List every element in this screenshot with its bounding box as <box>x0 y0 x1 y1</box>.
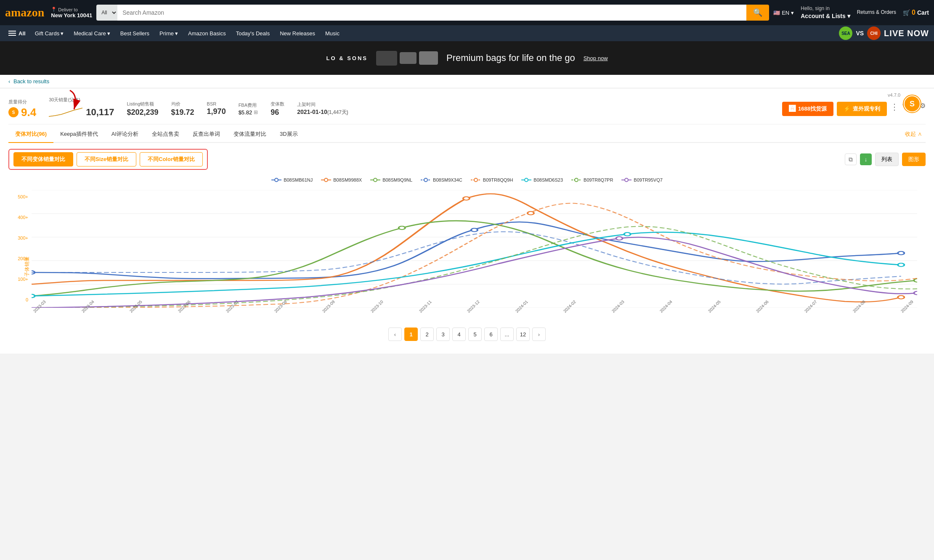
nav-new-releases[interactable]: New Releases <box>276 28 319 39</box>
quality-label: 质量得分 <box>8 99 36 105</box>
back-chevron-icon: ‹ <box>8 78 10 85</box>
copy-icon[interactable]: ⧉ <box>845 153 857 165</box>
navbar: All Gift Cards▾ Medical Care▾ Best Selle… <box>0 25 934 41</box>
amazon-logo[interactable]: amazon <box>5 6 44 19</box>
x-axis: 2023-03 2023-04 2023-05 2023-06 2023-07 … <box>32 308 917 315</box>
price-value: $19.72 <box>171 108 194 117</box>
filter-color-sales[interactable]: 不同Color销量对比 <box>140 152 203 166</box>
page-1-button[interactable]: 1 <box>404 328 418 341</box>
quality-score-block: 质量得分 S 9.4 <box>8 99 36 119</box>
btn-1688-source[interactable]: 🅰 1688找货源 <box>782 102 833 116</box>
view-table-button[interactable]: 列表 <box>875 153 899 166</box>
banner-shop-now[interactable]: Shop now <box>584 55 608 61</box>
account-greeting: Hello, sign in <box>801 5 850 12</box>
cart-label: Cart <box>917 9 929 16</box>
legend-line-B09TR95VQ7 <box>621 177 632 182</box>
shelf-value: 2021-01-10(1,447天) <box>297 108 348 116</box>
returns-orders[interactable]: Returns & Orders <box>857 9 896 16</box>
account-menu[interactable]: Hello, sign in Account & Lists ▾ <box>801 5 850 20</box>
pagination: ‹ 1 2 3 4 5 6 ... 12 › <box>8 319 926 349</box>
view-chart-button[interactable]: 图形 <box>902 153 926 166</box>
svg-point-36 <box>914 291 917 295</box>
back-to-results[interactable]: ‹ Back to results <box>0 75 934 88</box>
delivery-city: New York 10041 <box>51 12 92 18</box>
sales-value: 10,117 <box>86 107 114 118</box>
page-6-button[interactable]: 6 <box>484 328 498 341</box>
s-badge-inner: S <box>905 96 920 111</box>
nav-todays-deals[interactable]: Today's Deals <box>232 28 274 39</box>
tab-ai-review[interactable]: AI评论分析 <box>105 126 145 142</box>
tab-variant-comparison[interactable]: 变体对比(96) <box>8 126 53 143</box>
filter-size-sales[interactable]: 不同Size销量对比 <box>77 152 136 166</box>
svg-point-32 <box>32 294 35 298</box>
nav-prime[interactable]: Prime▾ <box>155 28 182 39</box>
account-label: Account & Lists ▾ <box>801 12 850 20</box>
sales-mini-chart <box>49 104 82 121</box>
svg-point-12 <box>525 178 528 182</box>
search-input[interactable] <box>117 5 746 21</box>
svg-point-24 <box>471 228 478 232</box>
chevron-icon: ▾ <box>107 30 110 37</box>
page-5-button[interactable]: 5 <box>468 328 482 341</box>
banner-product-image <box>376 51 438 66</box>
y-label-500: 500+ <box>18 194 28 199</box>
bsr-block: BSR 1,970 <box>207 101 226 116</box>
prev-page-button[interactable]: ‹ <box>388 328 402 341</box>
nav-music[interactable]: Music <box>321 28 344 39</box>
location-icon: 📍 <box>51 7 57 12</box>
y-label-100: 100+ <box>18 277 28 282</box>
page-2-button[interactable]: 2 <box>420 328 434 341</box>
y-axis-label: 子体销量 <box>24 256 31 276</box>
shelf-time-block: 上架时间 2021-01-10(1,447天) <box>297 101 348 116</box>
svg-point-27 <box>898 296 904 299</box>
page-12-button[interactable]: 12 <box>516 328 530 341</box>
search-category-select[interactable]: All <box>96 5 117 21</box>
svg-point-16 <box>625 178 628 182</box>
stats-row: v4.7.0 质量得分 S 9.4 30天销量(父体) <box>8 92 926 124</box>
nav-medical-care[interactable]: Medical Care▾ <box>69 28 114 39</box>
tab-reverse-keywords[interactable]: 反查出单词 <box>186 126 227 142</box>
svg-point-29 <box>399 226 405 230</box>
tabs-row: 变体对比(96) Keepa插件替代 AI评论分析 全站点售卖 反查出单词 变体… <box>8 126 926 143</box>
legend-B09TR8Q7PR: B09TR8Q7PR <box>571 177 613 182</box>
tab-all-sites[interactable]: 全站点售卖 <box>145 126 186 142</box>
y-label-300: 300+ <box>18 235 28 240</box>
fba-value: $5.82 <box>239 109 252 116</box>
promotional-banner: LO & SONS Premium bags for life on the g… <box>0 41 934 75</box>
cart[interactable]: 🛒 0 Cart <box>903 9 929 16</box>
variants-value: 96 <box>271 108 284 117</box>
svg-point-10 <box>474 178 478 182</box>
nav-best-sellers[interactable]: Best Sellers <box>116 28 154 39</box>
legend-line-B08SMD6S23 <box>521 177 531 182</box>
page-4-button[interactable]: 4 <box>452 328 466 341</box>
page-3-button[interactable]: 3 <box>436 328 450 341</box>
language-selector[interactable]: 🇺🇸 EN ▾ <box>773 10 794 16</box>
tab-keepa[interactable]: Keepa插件替代 <box>53 126 105 142</box>
variants-block: 变体数 96 <box>271 101 284 117</box>
live-now-label[interactable]: LIVE NOW <box>884 29 929 38</box>
nav-amazon-basics[interactable]: Amazon Basics <box>184 28 230 39</box>
page-ellipsis: ... <box>500 328 514 341</box>
btn-patent-search[interactable]: ⚡ 查外观专利 <box>837 102 887 116</box>
tab-traffic-comparison[interactable]: 变体流量对比 <box>227 126 273 142</box>
legend-line-B09TR8Q7PR <box>571 177 581 182</box>
collapse-button[interactable]: 收起 ∧ <box>902 126 926 142</box>
fba-block: FBA费用 $5.82 ⊞ <box>239 102 258 116</box>
nav-gift-cards[interactable]: Gift Cards▾ <box>31 28 68 39</box>
tab-3d[interactable]: 3D展示 <box>273 126 305 142</box>
search-button[interactable]: 🔍 <box>746 5 769 21</box>
y-label-400: 400+ <box>18 215 28 220</box>
legend-line-B08SM9988X <box>321 177 331 182</box>
download-icon[interactable]: ↓ <box>860 153 872 165</box>
legend-B08SM9988X: B08SM9988X <box>321 177 362 182</box>
legend-B09TR8QQ9H: B09TR8QQ9H <box>471 177 513 182</box>
all-menu-button[interactable]: All <box>5 28 29 39</box>
price-label: 均价 <box>171 101 194 107</box>
cart-count: 0 <box>912 9 915 16</box>
more-options-icon[interactable]: ⋮ <box>890 102 899 116</box>
delivery-location[interactable]: 📍 Deliver to New York 10041 <box>51 7 92 18</box>
svg-point-2 <box>275 178 278 182</box>
filter-variant-sales[interactable]: 不同变体销量对比 <box>13 152 73 166</box>
patent-icon: ⚡ <box>844 106 850 112</box>
next-page-button[interactable]: › <box>532 328 546 341</box>
